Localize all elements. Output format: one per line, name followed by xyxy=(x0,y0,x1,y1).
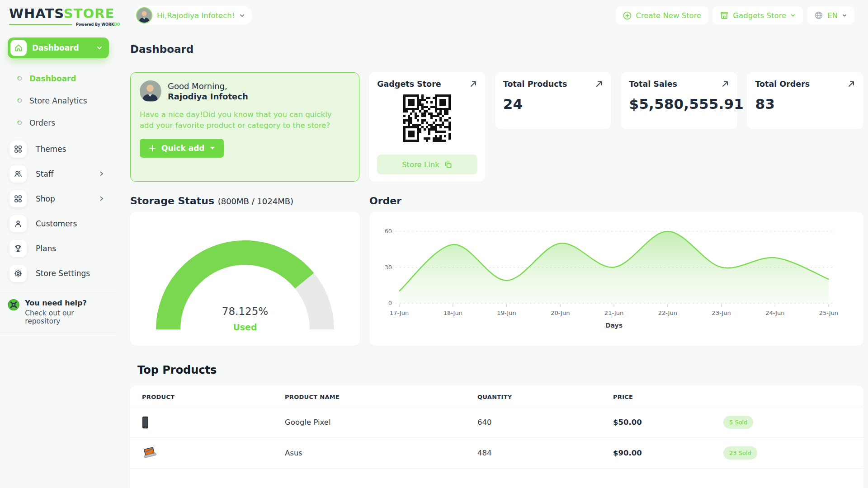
svg-text:23-Jun: 23-Jun xyxy=(712,310,731,316)
store-card-title: Gadgets Store xyxy=(377,80,441,89)
storage-gauge-chart: 78.125% Used xyxy=(130,212,360,346)
column-header-sold xyxy=(712,385,863,407)
avatar xyxy=(136,7,152,23)
brand-logo[interactable]: WHATSSTORE Powered By WORKDO xyxy=(0,0,116,29)
storage-gauge-card: 78.125% Used xyxy=(130,212,360,346)
sidebar-subitem-orders[interactable]: Orders xyxy=(0,112,116,134)
chevron-right-icon xyxy=(99,171,104,177)
sold-cell: 23 Sold xyxy=(712,438,863,469)
quantity-cell: 640 xyxy=(466,407,601,438)
greeting-message: Have a nice day!Did you know that you ca… xyxy=(140,109,339,131)
sold-cell: 5 Sold xyxy=(712,407,863,438)
avatar xyxy=(140,80,161,102)
sidebar-item-plans[interactable]: Plans xyxy=(0,236,116,261)
svg-text:21-Jun: 21-Jun xyxy=(604,310,623,316)
stat-card-total-sales: Total Sales $5,580,555.91 xyxy=(621,72,737,129)
table-header-row: PRODUCT PRODUCT NAME QUANTITY PRICE xyxy=(130,385,863,407)
phone-product-image xyxy=(142,416,149,429)
globe-icon xyxy=(814,11,823,20)
user-menu[interactable]: Hi,Rajodiya Infotech! xyxy=(134,6,252,25)
chevron-down-icon xyxy=(239,13,245,19)
life-buoy-icon xyxy=(8,299,19,311)
column-header-quantity: QUANTITY xyxy=(466,385,601,407)
user-greeting-label: Hi,Rajodiya Infotech! xyxy=(157,11,235,20)
sidebar-subitem-store-analytics[interactable]: Store Analytics xyxy=(0,89,116,112)
sold-badge: 5 Sold xyxy=(723,416,753,429)
svg-text:60: 60 xyxy=(384,228,392,235)
home-icon xyxy=(10,40,27,56)
sidebar-item-customers[interactable]: Customers xyxy=(0,211,116,236)
greeting-card: Good Morning, Rajodiya Infotech Have a n… xyxy=(130,72,359,182)
arrow-up-right-icon[interactable] xyxy=(469,80,477,88)
product-image-cell xyxy=(130,407,273,438)
column-header-product-name: PRODUCT NAME xyxy=(273,385,466,407)
top-products-table: PRODUCT PRODUCT NAME QUANTITY PRICE xyxy=(130,385,863,488)
plus-icon xyxy=(149,145,156,152)
language-selector[interactable]: EN xyxy=(807,6,854,24)
svg-text:30: 30 xyxy=(384,264,392,271)
store-switcher-button[interactable]: Gadgets Store xyxy=(712,6,803,24)
stat-value: $5,580,555.91 xyxy=(629,96,729,112)
svg-text:0: 0 xyxy=(388,300,392,306)
chevron-right-icon xyxy=(99,196,104,202)
greeting-text: Good Morning, xyxy=(168,81,248,91)
sidebar-item-shop[interactable]: Shop xyxy=(0,186,116,211)
gauge-percent-label: 78.125% xyxy=(222,305,268,317)
powered-by-label: Powered By WORKDO xyxy=(76,23,120,27)
arrow-up-right-icon[interactable] xyxy=(721,80,729,88)
order-area-chart: 0306017-Jun18-Jun19-Jun20-Jun21-Jun22-Ju… xyxy=(369,212,863,346)
bullet-icon xyxy=(17,76,22,81)
quantity-cell: 484 xyxy=(466,438,601,469)
arrow-up-right-icon[interactable] xyxy=(595,80,603,88)
copy-icon xyxy=(444,160,453,169)
user-name: Rajodiya Infotech xyxy=(168,92,248,101)
sidebar-item-dashboard-group[interactable]: Dashboard xyxy=(8,38,109,58)
help-subtitle: Check out our repository xyxy=(25,309,109,325)
stat-card-total-orders: Total Orders 83 xyxy=(747,72,863,129)
sidebar-subnav: Dashboard Store Analytics Orders xyxy=(0,63,116,136)
sold-badge: 23 Sold xyxy=(723,446,757,460)
stat-value: 24 xyxy=(503,96,604,112)
sidebar-group-label: Dashboard xyxy=(32,43,96,52)
top-products-title: Top Products xyxy=(137,364,863,376)
column-header-price: PRICE xyxy=(601,385,712,407)
bullet-icon xyxy=(17,120,22,125)
svg-text:22-Jun: 22-Jun xyxy=(658,310,677,316)
sidebar-item-staff[interactable]: Staff xyxy=(0,161,116,186)
svg-text:20-Jun: 20-Jun xyxy=(551,310,570,316)
grid-icon xyxy=(9,190,27,207)
chevron-down-icon xyxy=(96,45,103,51)
grid-icon xyxy=(9,141,27,158)
table-row: Asus 484 $90.00 23 Sold xyxy=(130,438,863,469)
svg-text:24-Jun: 24-Jun xyxy=(765,310,784,316)
caret-down-icon xyxy=(210,147,215,150)
store-link-button[interactable]: Store Link xyxy=(377,155,477,174)
product-image-cell xyxy=(130,438,273,469)
plus-circle-icon xyxy=(623,11,632,20)
quick-add-button[interactable]: Quick add xyxy=(140,139,224,158)
storefront-icon xyxy=(720,11,729,20)
users-icon xyxy=(9,165,27,183)
gauge-used-label: Used xyxy=(233,322,257,332)
svg-text:25-Jun: 25-Jun xyxy=(819,310,838,316)
sidebar-item-themes[interactable]: Themes xyxy=(0,136,116,161)
stat-value: 83 xyxy=(755,96,855,112)
order-section-title: Order xyxy=(369,195,863,206)
arrow-up-right-icon[interactable] xyxy=(847,80,855,88)
create-new-store-button[interactable]: Create New Store xyxy=(616,6,708,24)
chevron-down-icon xyxy=(842,13,847,18)
help-title: You need help? xyxy=(25,299,109,307)
column-header-product: PRODUCT xyxy=(130,385,273,407)
gear-icon xyxy=(9,265,27,282)
store-qr-card: Gadgets Store Store Link xyxy=(369,72,486,182)
brand-wordmark: WHATSSTORE xyxy=(9,7,108,20)
product-name-cell: Google Pixel xyxy=(273,407,466,438)
svg-text:19-Jun: 19-Jun xyxy=(497,310,516,316)
sidebar: WHATSSTORE Powered By WORKDO Dashboard D… xyxy=(0,0,116,488)
store-qr-code xyxy=(403,94,451,142)
storage-section-title: Storage Status (800MB / 1024MB) xyxy=(130,195,360,206)
trophy-icon xyxy=(9,240,27,257)
sidebar-subitem-dashboard[interactable]: Dashboard xyxy=(0,67,116,89)
sidebar-item-store-settings[interactable]: Store Settings xyxy=(0,261,116,286)
help-section[interactable]: You need help? Check out our repository xyxy=(0,292,116,333)
